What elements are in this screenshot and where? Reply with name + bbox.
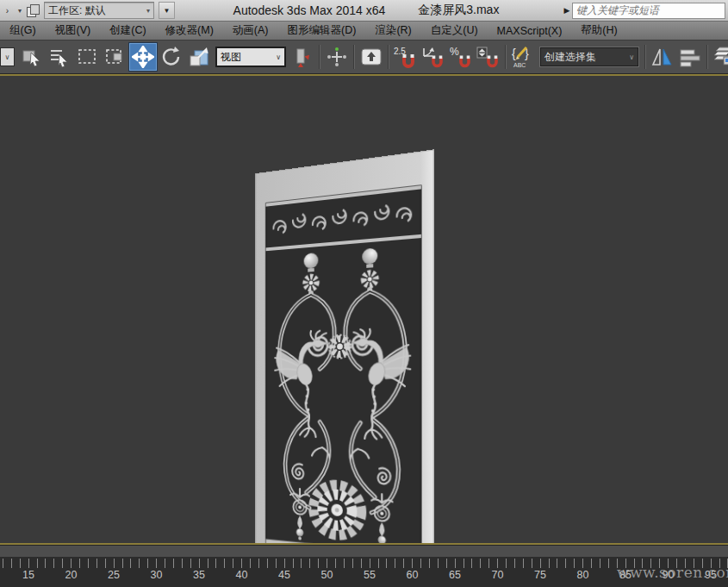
timeline-label: 80 bbox=[577, 569, 589, 581]
timeline-label: 55 bbox=[364, 569, 376, 581]
rectangular-selection-region-button[interactable] bbox=[73, 43, 101, 71]
menu-create[interactable]: 创建(C) bbox=[100, 22, 155, 40]
timeline-label: 25 bbox=[108, 569, 120, 581]
scale-icon bbox=[188, 46, 210, 68]
snaps-toggle-button[interactable]: 2.5 bbox=[392, 43, 420, 71]
keyboard-shortcut-override-button[interactable] bbox=[358, 43, 385, 71]
angle-snap-icon bbox=[420, 45, 446, 69]
toolbar-separator bbox=[706, 45, 708, 69]
align-icon bbox=[678, 46, 702, 68]
toolbar-separator bbox=[319, 45, 320, 69]
named-selection-set-combo[interactable]: 创建选择集 ∨ bbox=[540, 47, 638, 66]
select-by-name-button[interactable] bbox=[46, 43, 73, 71]
window-crossing-icon bbox=[103, 46, 126, 68]
select-and-manipulate-button[interactable] bbox=[323, 43, 351, 71]
snaps-25-icon: 2.5 bbox=[393, 45, 419, 69]
panel-artwork bbox=[255, 149, 433, 545]
use-pivot-point-button[interactable] bbox=[289, 43, 316, 71]
select-and-scale-button[interactable] bbox=[185, 43, 213, 71]
watermark-text: www.soren.com bbox=[617, 564, 728, 581]
angle-snap-button[interactable] bbox=[420, 43, 447, 71]
keyboard-override-icon bbox=[359, 46, 383, 68]
timeline-label: 45 bbox=[278, 569, 290, 581]
timeline-label: 75 bbox=[534, 569, 546, 581]
timeline-label: 50 bbox=[321, 569, 333, 581]
rectangular-selection-icon bbox=[76, 46, 98, 68]
timeline-label: 60 bbox=[407, 569, 419, 581]
layer-manager-icon bbox=[712, 45, 728, 69]
search-expander-icon[interactable]: ▶ bbox=[562, 6, 572, 15]
mirror-button[interactable] bbox=[649, 43, 676, 71]
selection-filter-combo[interactable]: ∨ bbox=[0, 47, 15, 66]
select-and-move-button[interactable] bbox=[128, 42, 158, 72]
rotate-icon bbox=[159, 45, 184, 69]
select-by-name-icon bbox=[48, 46, 71, 68]
select-object-icon bbox=[21, 46, 43, 68]
menu-modifiers[interactable]: 修改器(M) bbox=[156, 22, 223, 40]
select-and-rotate-button[interactable] bbox=[158, 43, 185, 71]
window-title: Autodesk 3ds Max 2014 x64 金漆屏风3.max bbox=[194, 0, 538, 21]
percent-snap-icon: % bbox=[448, 45, 474, 69]
reference-coordinate-combo[interactable]: 视图 ∨ bbox=[216, 47, 285, 66]
edit-named-selection-sets-button[interactable]: { } ABC bbox=[509, 43, 537, 71]
timeline-label: 70 bbox=[492, 569, 504, 581]
menu-rendering[interactable]: 渲染(R) bbox=[365, 22, 420, 40]
workspace-combo-arrow-icon: ▾ bbox=[146, 7, 150, 15]
window-crossing-toggle[interactable] bbox=[101, 43, 128, 71]
spinner-snap-button[interactable] bbox=[475, 43, 502, 71]
menu-help[interactable]: 帮助(H) bbox=[571, 22, 626, 40]
toolbar-separator bbox=[505, 45, 507, 69]
help-search-input[interactable] bbox=[572, 3, 725, 19]
toolbar-separator bbox=[353, 45, 355, 69]
menu-animation[interactable]: 动画(A) bbox=[223, 22, 278, 40]
layer-manager-button[interactable] bbox=[711, 43, 728, 71]
toolbar-separator bbox=[644, 45, 646, 69]
timeline-label: 65 bbox=[449, 569, 461, 581]
menu-customize[interactable]: 自定义(U) bbox=[421, 22, 488, 40]
quick-access-dropdown-icon[interactable]: ▾ bbox=[16, 7, 24, 15]
screen-panel-model[interactable] bbox=[255, 149, 433, 545]
named-selection-sets-icon: { } ABC bbox=[511, 44, 535, 70]
timeline-label: 35 bbox=[193, 569, 205, 581]
workspace-combo[interactable]: 工作区: 默认 ▾ bbox=[44, 2, 154, 19]
percent-snap-button[interactable]: % bbox=[447, 43, 475, 71]
align-button[interactable] bbox=[676, 43, 704, 71]
menu-bar: 组(G) 视图(V) 创建(C) 修改器(M) 动画(A) 图形编辑器(D) 渲… bbox=[0, 22, 728, 41]
timeline-label: 15 bbox=[22, 569, 34, 581]
menu-views[interactable]: 视图(V) bbox=[46, 22, 101, 40]
manipulate-icon bbox=[326, 46, 348, 68]
svg-text:%: % bbox=[450, 46, 459, 58]
reference-coordinate-value: 视图 bbox=[221, 50, 241, 65]
track-bar[interactable] bbox=[0, 545, 728, 557]
menu-maxscript[interactable]: MAXScript(X) bbox=[488, 22, 572, 40]
menu-group[interactable]: 组(G) bbox=[0, 22, 46, 40]
svg-text:{: { bbox=[512, 47, 516, 60]
move-icon bbox=[132, 46, 154, 68]
app-title: Autodesk 3ds Max 2014 x64 bbox=[233, 3, 386, 17]
main-toolbar: ∨ bbox=[0, 41, 728, 74]
workspaces-icon[interactable] bbox=[27, 4, 41, 17]
workspace-combo-value: 工作区: 默认 bbox=[48, 3, 106, 18]
title-bar: › ▾ 工作区: 默认 ▾ ▼ Autodesk 3ds Max 2014 x6… bbox=[0, 0, 728, 22]
workspace-menu-button[interactable]: ▼ bbox=[159, 2, 175, 19]
timeline-label: 30 bbox=[151, 569, 163, 581]
timeline-label: 20 bbox=[65, 569, 78, 581]
reference-coordinate-arrow-icon: ∨ bbox=[276, 53, 281, 61]
timeline-label: 40 bbox=[236, 569, 248, 581]
pivot-point-icon bbox=[291, 46, 314, 68]
menu-graph-editors[interactable]: 图形编辑器(D) bbox=[278, 22, 366, 40]
spinner-snap-icon bbox=[476, 45, 501, 69]
perspective-viewport[interactable] bbox=[0, 74, 728, 545]
mirror-icon bbox=[650, 46, 675, 68]
quick-access-chevron-icon[interactable]: › bbox=[2, 3, 13, 18]
open-file-name: 金漆屏风3.max bbox=[418, 3, 499, 18]
named-selection-arrow-icon: ∨ bbox=[629, 53, 634, 61]
select-object-button[interactable] bbox=[18, 43, 46, 71]
named-selection-set-value: 创建选择集 bbox=[544, 50, 596, 65]
toolbar-separator bbox=[388, 45, 389, 69]
svg-text:ABC: ABC bbox=[513, 62, 526, 68]
